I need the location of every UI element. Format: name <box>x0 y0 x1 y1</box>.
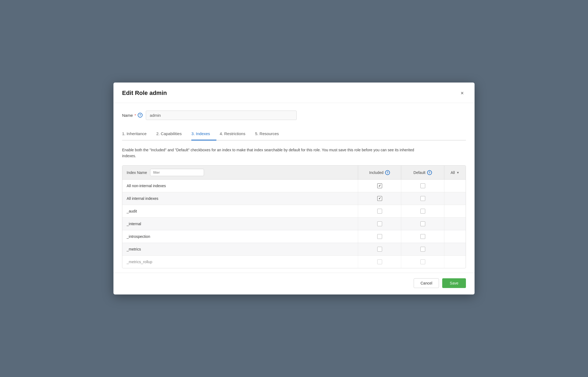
td-all <box>444 230 466 243</box>
td-index-name: _introspection <box>122 230 358 243</box>
tab-indexes[interactable]: 3. Indexes <box>191 129 216 140</box>
default-checkbox[interactable] <box>420 234 425 239</box>
all-dropdown-arrow: ▼ <box>456 171 459 174</box>
td-all <box>444 256 466 268</box>
included-checkbox[interactable] <box>377 247 382 252</box>
td-default[interactable] <box>401 243 444 255</box>
tab-inheritance[interactable]: 1. Inheritance <box>122 129 153 140</box>
td-all <box>444 243 466 255</box>
td-index-name: All internal indexes <box>122 192 358 205</box>
td-default[interactable] <box>401 180 444 192</box>
table-row: _metrics <box>122 243 466 256</box>
td-all <box>444 192 466 205</box>
tab-capabilities[interactable]: 2. Capabilities <box>156 129 188 140</box>
modal-footer: Cancel Save <box>113 273 475 294</box>
td-index-name: All non-internal indexes <box>122 180 358 192</box>
included-checkbox[interactable] <box>377 196 382 201</box>
tab-restrictions[interactable]: 4. Restrictions <box>220 129 252 140</box>
table-row: All non-internal indexes <box>122 180 466 192</box>
table-header: Index Name Included ? Default ? All ▼ <box>122 166 466 180</box>
included-checkbox[interactable] <box>377 183 382 188</box>
th-all[interactable]: All ▼ <box>444 166 466 179</box>
th-default: Default ? <box>401 166 444 179</box>
default-checkbox[interactable] <box>420 221 425 226</box>
default-checkbox[interactable] <box>420 247 425 252</box>
close-button[interactable]: × <box>458 89 466 97</box>
td-included[interactable] <box>358 256 401 268</box>
name-input[interactable] <box>146 111 297 120</box>
save-button[interactable]: Save <box>442 278 466 288</box>
included-help-icon[interactable]: ? <box>385 170 390 175</box>
td-index-name: _metrics <box>122 243 358 255</box>
td-included[interactable] <box>358 243 401 255</box>
td-included[interactable] <box>358 205 401 217</box>
name-label: Name * ? <box>122 113 143 118</box>
default-help-icon[interactable]: ? <box>427 170 432 175</box>
td-index-name: _audit <box>122 205 358 217</box>
default-checkbox[interactable] <box>420 196 425 201</box>
table-row: _audit <box>122 205 466 218</box>
table-row: _metrics_rollup <box>122 256 466 268</box>
tabs: 1. Inheritance 2. Capabilities 3. Indexe… <box>122 129 466 140</box>
modal-header: Edit Role admin × <box>113 83 475 103</box>
td-all <box>444 205 466 217</box>
edit-role-modal: Edit Role admin × Name * ? 1. Inheritanc… <box>113 83 475 295</box>
table-row: _introspection <box>122 230 466 243</box>
th-included: Included ? <box>358 166 401 179</box>
included-checkbox[interactable] <box>377 209 382 214</box>
included-checkbox[interactable] <box>377 234 382 239</box>
name-help-icon[interactable]: ? <box>138 113 143 118</box>
td-included[interactable] <box>358 192 401 205</box>
td-all <box>444 180 466 192</box>
th-index-name: Index Name <box>122 166 358 179</box>
cancel-button[interactable]: Cancel <box>414 278 439 288</box>
included-checkbox[interactable] <box>377 221 382 226</box>
default-checkbox[interactable] <box>420 209 425 214</box>
name-row: Name * ? <box>122 111 466 120</box>
td-default[interactable] <box>401 230 444 243</box>
modal-title: Edit Role admin <box>122 90 167 97</box>
tab-resources[interactable]: 5. Resources <box>255 129 285 140</box>
td-included[interactable] <box>358 230 401 243</box>
default-checkbox[interactable] <box>420 259 425 264</box>
td-default[interactable] <box>401 256 444 268</box>
default-checkbox[interactable] <box>420 183 425 188</box>
td-all <box>444 218 466 230</box>
td-index-name: _internal <box>122 218 358 230</box>
info-text: Enable both the "Included" and "Default"… <box>122 147 418 159</box>
included-checkbox[interactable] <box>377 259 382 264</box>
td-included[interactable] <box>358 180 401 192</box>
filter-input[interactable] <box>150 169 204 176</box>
required-star: * <box>134 113 136 118</box>
table-row: All internal indexes <box>122 192 466 205</box>
indexes-table: Index Name Included ? Default ? All ▼ <box>122 165 466 268</box>
modal-body: Name * ? 1. Inheritance 2. Capabilities … <box>113 103 475 269</box>
table-row: _internal <box>122 218 466 230</box>
td-default[interactable] <box>401 192 444 205</box>
td-default[interactable] <box>401 205 444 217</box>
td-index-name: _metrics_rollup <box>122 256 358 268</box>
td-included[interactable] <box>358 218 401 230</box>
td-default[interactable] <box>401 218 444 230</box>
